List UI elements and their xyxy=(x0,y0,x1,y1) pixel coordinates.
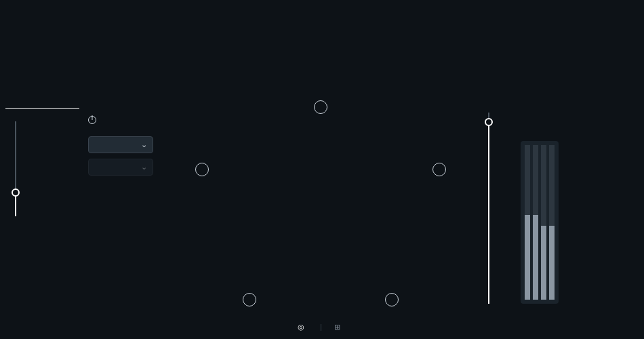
output-meters xyxy=(521,141,559,304)
viz-node-v[interactable] xyxy=(195,163,209,176)
tab-pitch[interactable] xyxy=(5,98,79,109)
viz-node-t[interactable] xyxy=(243,293,256,306)
tab-voicing[interactable] xyxy=(79,98,153,109)
scale-select[interactable]: ⌄ xyxy=(88,136,153,153)
strength-knob[interactable] xyxy=(117,184,137,204)
width-knob[interactable] xyxy=(495,286,515,306)
pitch-lvl-slider[interactable] xyxy=(15,121,16,216)
chevron-down-icon: ⌄ xyxy=(141,163,147,172)
key-select[interactable]: ⌄ xyxy=(88,159,153,176)
viz-node-b[interactable] xyxy=(432,163,446,176)
speed-knob[interactable] xyxy=(88,184,108,204)
viz-node-c[interactable] xyxy=(385,293,399,306)
correction-power-icon[interactable] xyxy=(88,116,96,124)
output-heading xyxy=(488,98,639,108)
viz-node-p[interactable] xyxy=(314,100,327,114)
gate-knob[interactable] xyxy=(495,224,515,244)
pan-knob[interactable] xyxy=(495,255,515,275)
register-heading xyxy=(30,115,84,117)
chevron-down-icon: ⌄ xyxy=(141,140,147,149)
mix-slider[interactable] xyxy=(488,113,489,304)
spectral-visualizer[interactable] xyxy=(156,98,485,319)
